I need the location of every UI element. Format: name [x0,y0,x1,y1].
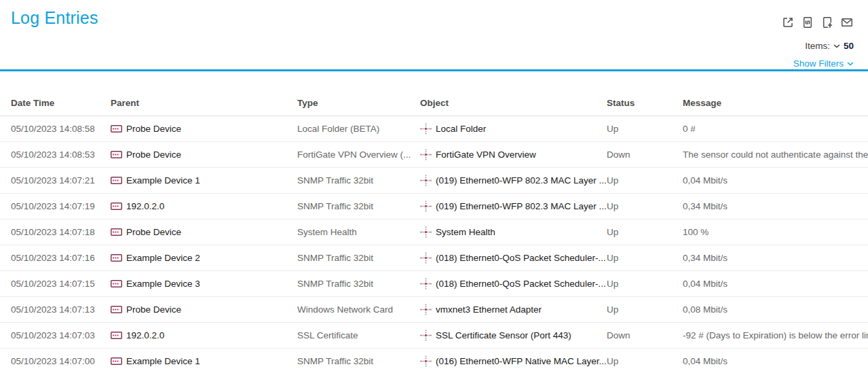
parent-device-link[interactable]: Probe Device [111,304,297,315]
log-entries-table: Date Time Parent Type Object Status Mess… [0,71,868,369]
cell-status: Up [607,175,683,186]
cell-status: Up [607,227,683,237]
table-row: 05/10/2023 14:07:16 Example Device 2 SNM… [0,245,868,271]
cell-status: Up [607,201,683,211]
cell-status: Up [607,253,683,263]
log-entries-page: Log Entries [0,0,868,369]
cell-datetime: 05/10/2023 14:07:19 [11,201,111,211]
device-icon [111,177,122,184]
object-sensor-link[interactable]: Local Folder [420,123,607,135]
cell-status: Up [607,124,683,134]
cell-sensor-type: System Health [297,227,420,237]
cell-message: The sensor could not authenticate agains… [683,150,868,160]
object-sensor-link[interactable]: (019) Ethernet0-WFP 802.3 MAC Layer ... [420,175,607,186]
cell-sensor-type: Windows Network Card [297,304,420,315]
table-row: 05/10/2023 14:07:21 Example Device 1 SNM… [0,168,868,194]
parent-name: 192.0.2.0 [126,201,164,211]
parent-name: Probe Device [126,150,181,160]
parent-device-link[interactable]: Example Device 2 [111,253,297,263]
show-filters-toggle[interactable]: Show Filters [793,58,854,69]
page-title: Log Entries [11,8,98,28]
table-row: 05/10/2023 14:07:00 Example Device 1 SNM… [0,349,868,369]
table-header-row: Date Time Parent Type Object Status Mess… [0,71,868,116]
object-name: SSL Certificate Sensor (Port 443) [436,330,571,340]
object-sensor-link[interactable]: (019) Ethernet0-WFP 802.3 MAC Layer ... [420,200,607,212]
parent-device-link[interactable]: Probe Device [111,150,297,160]
cell-message: 0 # [683,124,868,134]
cell-datetime: 05/10/2023 14:08:58 [11,124,111,134]
table-row: 05/10/2023 14:08:53 Probe Device FortiGa… [0,142,868,168]
object-sensor-link[interactable]: (018) Ethernet0-QoS Packet Scheduler-... [420,278,607,289]
object-sensor-link[interactable]: SSL Certificate Sensor (Port 443) [420,330,607,341]
object-sensor-link[interactable]: FortiGate VPN Overview [420,149,607,160]
parent-name: Probe Device [126,124,181,134]
sensor-icon [420,200,432,212]
items-count-value: 50 [844,41,854,51]
device-icon [111,306,122,313]
parent-device-link[interactable]: Probe Device [111,124,297,134]
parent-device-link[interactable]: Example Device 1 [111,175,297,186]
parent-device-link[interactable]: 192.0.2.0 [111,201,297,211]
object-name: (016) Ethernet0-WFP Native MAC Layer... [436,356,607,366]
sensor-icon [420,355,432,367]
object-sensor-link[interactable]: (018) Ethernet0-QoS Packet Scheduler-... [420,252,607,264]
object-name: (018) Ethernet0-QoS Packet Scheduler-... [436,253,606,263]
chevron-down-icon [833,44,840,48]
cell-message: 0,04 Mbit/s [683,356,868,366]
cell-sensor-type: SNMP Traffic 32bit [297,253,420,263]
object-name: System Health [436,227,495,237]
items-label: Items: [805,41,830,51]
column-header-type[interactable]: Type [297,98,420,108]
column-header-parent[interactable]: Parent [111,98,297,108]
cell-sensor-type: SNMP Traffic 32bit [297,356,420,366]
column-header-message[interactable]: Message [683,98,868,108]
object-sensor-link[interactable]: System Health [420,226,607,238]
add-file-icon[interactable] [820,16,834,29]
column-header-datetime[interactable]: Date Time [11,98,111,108]
device-icon [111,357,122,365]
device-icon [111,125,122,133]
column-header-object[interactable]: Object [420,98,607,108]
cell-message: 0,34 Mbit/s [683,201,868,211]
open-external-icon[interactable] [781,16,795,29]
parent-device-link[interactable]: Probe Device [111,227,297,237]
object-name: Local Folder [436,124,486,134]
sensor-icon [420,226,432,238]
cell-sensor-type: SNMP Traffic 32bit [297,175,420,186]
object-name: (019) Ethernet0-WFP 802.3 MAC Layer ... [436,201,607,211]
cell-datetime: 05/10/2023 14:07:21 [11,175,111,186]
cell-message: 100 % [683,227,868,237]
object-name: (019) Ethernet0-WFP 802.3 MAC Layer ... [436,175,607,186]
xml-file-icon[interactable] [801,16,814,29]
cell-sensor-type: SNMP Traffic 32bit [297,201,420,211]
object-sensor-link[interactable]: vmxnet3 Ethernet Adapter [420,304,607,315]
cell-message: 0,34 Mbit/s [683,253,868,263]
cell-sensor-type: FortiGate VPN Overview (... [297,150,420,160]
cell-datetime: 05/10/2023 14:07:18 [11,227,111,237]
sensor-icon [420,123,432,135]
table-row: 05/10/2023 14:07:19 192.0.2.0 SNMP Traff… [0,194,868,219]
column-header-status[interactable]: Status [607,98,683,108]
object-sensor-link[interactable]: (016) Ethernet0-WFP Native MAC Layer... [420,355,607,367]
parent-name: 192.0.2.0 [126,330,164,340]
table-row: 05/10/2023 14:07:13 Probe Device Windows… [0,297,868,323]
parent-device-link[interactable]: Example Device 1 [111,356,297,366]
cell-datetime: 05/10/2023 14:07:13 [11,304,111,315]
cell-status: Up [607,279,683,289]
cell-sensor-type: SSL Certificate [297,330,420,340]
sensor-icon [420,304,432,315]
parent-name: Example Device 2 [126,253,200,263]
parent-name: Probe Device [126,304,181,315]
table-body: 05/10/2023 14:08:58 Probe Device Local F… [0,116,868,369]
parent-device-link[interactable]: 192.0.2.0 [111,330,297,340]
email-icon[interactable] [840,16,854,29]
table-row: 05/10/2023 14:07:15 Example Device 3 SNM… [0,271,868,297]
cell-datetime: 05/10/2023 14:07:16 [11,253,111,263]
sensor-icon [420,278,432,289]
parent-device-link[interactable]: Example Device 3 [111,279,297,289]
sensor-icon [420,330,432,341]
sensor-icon [420,252,432,264]
items-count-dropdown[interactable]: Items: 50 [805,41,854,51]
cell-status: Down [607,330,683,340]
chevron-down-icon [847,62,854,66]
